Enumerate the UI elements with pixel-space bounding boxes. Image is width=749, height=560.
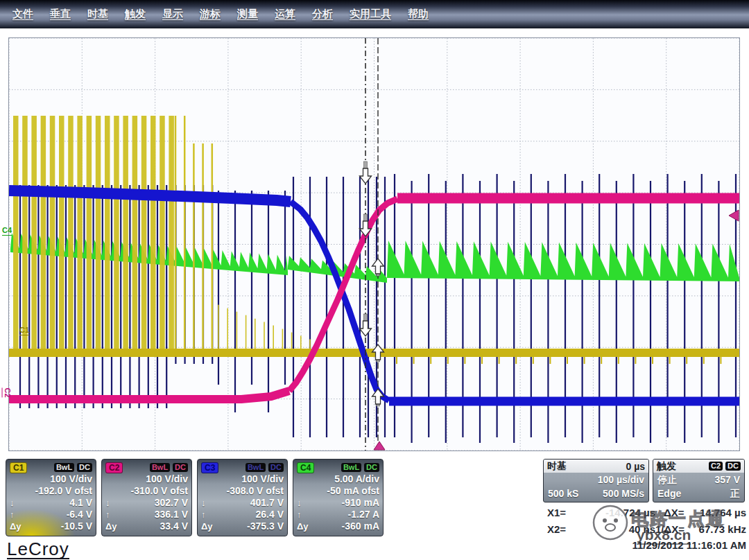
cursor-x1-value: -14.724 µs [593,507,655,518]
cursor-low-label: ↓ [297,497,302,509]
trigger-level: 357 V [714,473,740,487]
coupling-badge: DC [268,463,284,472]
channel-box-c1[interactable]: C1 BwL DC 100 V/div -192.0 V ofst ↓4.1 V… [6,459,96,536]
cursor-high-label: ↑ [105,509,110,520]
cursor-high-value: -1.27 A [348,509,379,520]
trigger-box[interactable]: 触发 C2 DC 停止 357 V Edge 正 [653,459,745,502]
trigger-time-marker[interactable] [374,441,385,450]
timebase-scale: 100 µs/div [598,473,644,487]
delta-y-value: 33.4 V [160,520,188,532]
delta-y-value: -360 mA [342,520,379,532]
channel-badge: C4 [297,462,314,473]
channel-badge: C3 [201,462,218,473]
timebase-header: 时基 0 µs [544,460,648,473]
cursor-high-value: -6.4 V [67,509,92,520]
channel-offset: -50 mA ofst [327,485,379,497]
menu-item-10[interactable]: 实用工具 [341,6,399,22]
cursor-high-value: 336.1 V [155,509,188,520]
menu-item-2[interactable]: 垂直 [42,6,79,22]
menu-item-5[interactable]: 显示 [154,6,191,22]
delta-y-label: Δy [201,520,213,532]
channel-box-c2[interactable]: C2 BwL DC 100 V/div -310.0 V ofst ↓302.7… [101,459,192,536]
channel-box-c4[interactable]: C4 BwL DC 5.00 A/div -50 mA ofst ↓-910 m… [293,459,384,536]
bwl-badge: BwL [341,463,361,472]
cursor-low-value: -910 mA [342,497,379,509]
cursor-invdx-label: 1/ΔX= [655,523,685,535]
trigger-mode: 停止 [657,473,677,487]
trace-label-c1: C1 [19,326,29,335]
menu-item-6[interactable]: 游标 [191,6,229,22]
cursor-dx-label: ΔX= [664,507,685,518]
timebase-delay: 0 µs [626,461,645,472]
cursor-high-label: ↑ [201,509,206,520]
trace-label-c2: C2 [2,387,11,397]
trigger-type: Edge [657,487,681,500]
trigger-level-marker[interactable] [729,210,739,221]
c4-trace [10,233,739,283]
channel-vdiv: 100 V/div [146,473,188,485]
channel-offset: -192.0 V ofst [35,485,92,497]
cursor-high-label: ↑ [10,509,15,520]
menu-item-11[interactable]: 帮助 [399,6,437,22]
cursor-low-value: 4.1 V [69,497,92,509]
trigger-title: 触发 [657,460,676,473]
timebase-box[interactable]: 时基 0 µs 100 µs/div 500 kS 500 MS/s [543,459,649,502]
channel-vdiv: 100 V/div [241,473,284,485]
trigger-header: 触发 C2 DC [653,460,744,473]
coupling-badge: DC [364,463,379,472]
delta-y-value: -375.3 V [247,520,284,532]
menu-item-4[interactable]: 触发 [117,6,154,22]
cursor-x1-label: X1= [547,507,566,518]
cursor-x2-value: 40 ns [593,523,655,535]
cursor-invdx-value: 67.73 kHz [690,523,746,535]
channel-box-c3[interactable]: C3 BwL DC 100 V/div -308.0 V ofst ↓401.7… [197,459,288,536]
delta-y-label: Δy [105,520,117,532]
channel-vdiv: 100 V/div [50,473,92,485]
timebase-samples: 500 kS [548,487,578,500]
menu-bar: 文件垂直时基触发显示游标测量运算分析实用工具帮助 [0,0,749,28]
menu-item-1[interactable]: 文件 [4,6,42,22]
menu-item-9[interactable]: 分析 [304,6,341,22]
channel-offset: -310.0 V ofst [131,485,188,497]
bwl-badge: BwL [150,463,170,472]
menu-item-7[interactable]: 测量 [229,6,266,22]
menu-item-8[interactable]: 运算 [266,6,304,22]
channel-vdiv: 5.00 A/div [334,473,379,485]
delta-y-label: Δy [10,520,21,532]
cursor-low-value: 401.7 V [250,497,284,509]
trigger-slope: 正 [730,487,740,500]
cursor-dx-value: 14.764 µs [687,507,746,518]
cursor-low-label: ↓ [201,497,206,509]
coupling-badge: DC [77,463,92,472]
trigger-source-badge: C2 [709,462,723,471]
waveform-display[interactable]: C4C1C2 [8,37,740,451]
cursor-low-label: ↓ [10,497,15,509]
channel-badge: C2 [105,462,123,473]
cursor-high-value: 26.4 V [256,509,284,520]
coupling-badge: DC [173,463,188,472]
lecroy-logo: LeCroy [7,540,69,559]
bwl-badge: BwL [246,463,266,472]
cursor-high-label: ↑ [297,509,302,520]
delta-y-label: Δy [297,520,309,532]
channel-badge: C1 [10,462,27,473]
cursor-low-label: ↓ [105,497,110,509]
timebase-rate: 500 MS/s [603,487,644,500]
channel-offset: -308.0 V ofst [227,485,284,497]
timebase-title: 时基 [547,460,567,473]
bwl-badge: BwL [54,463,74,472]
waveform-svg [9,38,739,450]
trigger-coupling-badge: DC [725,462,741,471]
trace-label-c4: C4 [2,227,12,236]
cursor-x2-label: X2= [547,523,566,535]
cursor-low-value: 302.7 V [155,497,188,509]
oscilloscope-app: 文件垂直时基触发显示游标测量运算分析实用工具帮助 C4C1C2 C1 BwL D… [0,0,749,560]
datetime: 11/29/2012 11:16:01 AM [583,539,746,551]
menu-item-3[interactable]: 时基 [79,6,117,22]
delta-y-value: -10.5 V [61,520,92,532]
